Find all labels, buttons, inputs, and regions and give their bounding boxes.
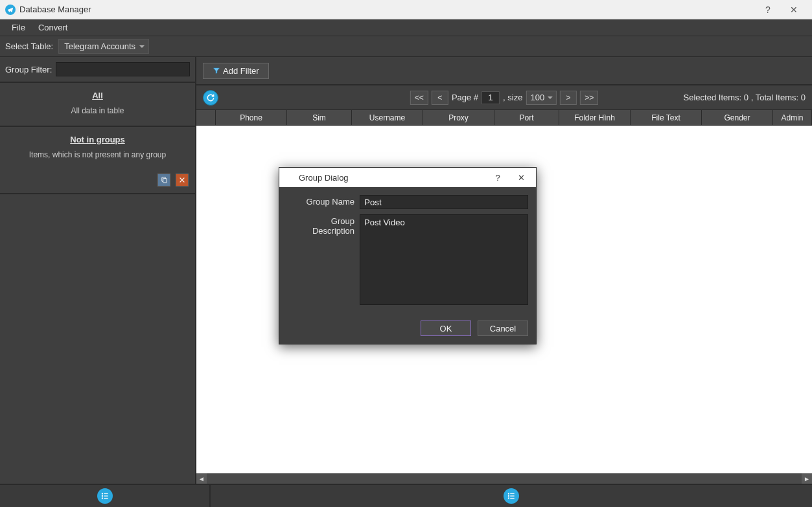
column-header[interactable]: File Text (631, 110, 702, 125)
pager-controls: << < Page # , size 100 > >> (410, 91, 598, 105)
page-first-button[interactable]: << (410, 91, 428, 105)
column-header[interactable]: Phone (216, 110, 287, 125)
group-actions (0, 170, 195, 194)
delete-icon (179, 177, 185, 183)
total-label: , Total Items: (751, 93, 798, 102)
svg-rect-7 (104, 498, 108, 499)
svg-point-4 (101, 495, 102, 497)
funnel-icon (213, 67, 220, 74)
scroll-right-arrow[interactable]: ► (802, 473, 812, 484)
menubar: File Convert (0, 19, 812, 36)
svg-rect-3 (104, 493, 108, 494)
add-filter-label: Add Filter (223, 66, 259, 76)
sidebar: Group Filter: All All data in table Not … (0, 57, 196, 484)
group-desc-label: Group Description (287, 214, 360, 305)
svg-rect-13 (510, 498, 514, 499)
column-header[interactable]: Port (494, 110, 559, 125)
dialog-ok-button[interactable]: OK (421, 321, 471, 336)
column-header[interactable]: Username (352, 110, 423, 125)
svg-rect-5 (104, 495, 108, 496)
help-button[interactable]: ? (755, 0, 781, 19)
group-all[interactable]: All All data in table (0, 83, 195, 127)
list-icon-right[interactable] (504, 488, 519, 504)
group-filter-label: Group Filter: (5, 65, 52, 74)
dialog-icon (284, 172, 295, 183)
app-icon (5, 5, 16, 15)
add-filter-button[interactable]: Add Filter (203, 63, 269, 79)
selected-value: 0 (744, 93, 748, 102)
column-header[interactable]: Admin (773, 110, 812, 125)
list-icon (100, 491, 110, 501)
group-dialog: Group Dialog ? ✕ Group Name Group Descri… (279, 167, 537, 344)
menu-convert[interactable]: Convert (32, 21, 75, 34)
page-next-button[interactable]: > (560, 91, 577, 105)
dialog-body: Group Name Group Description (279, 187, 536, 314)
bottombar-right (211, 485, 812, 507)
group-desc-row: Group Description (287, 214, 528, 305)
column-header[interactable]: Sim (287, 110, 352, 125)
group-nig-desc: Items, which is not present in any group (6, 150, 189, 161)
group-name-row: Group Name (287, 195, 528, 209)
selected-label: Selected Items: (684, 93, 742, 102)
page-last-button[interactable]: >> (580, 91, 598, 105)
page-prev-button[interactable]: < (432, 91, 448, 105)
content-toolbar: Add Filter (196, 57, 812, 85)
svg-rect-11 (510, 495, 514, 496)
size-label: , size (503, 93, 522, 102)
bottombar (0, 484, 812, 507)
svg-point-2 (101, 493, 102, 494)
list-icon (507, 491, 516, 501)
column-header[interactable]: Proxy (423, 110, 494, 125)
titlebar: Database Manager ? ✕ (0, 0, 812, 19)
refresh-icon (206, 93, 215, 102)
group-all-title: All (6, 91, 189, 100)
column-header[interactable] (196, 110, 216, 125)
delete-group-button[interactable] (176, 174, 189, 186)
group-nig-title: Not in groups (6, 135, 189, 144)
group-name-label: Group Name (287, 195, 360, 209)
dialog-title-text: Group Dialog (299, 173, 349, 183)
status-text: Selected Items: 0 , Total Items: 0 (684, 93, 806, 102)
total-value: 0 (801, 93, 806, 102)
copy-icon (161, 176, 168, 183)
pager-row: << < Page # , size 100 > >> Selected Ite… (196, 85, 812, 110)
column-header[interactable]: Folder Hình (559, 110, 631, 125)
select-table-toolbar: Select Table: Telegram Accounts (0, 36, 812, 57)
group-name-input[interactable] (360, 195, 528, 209)
svg-point-10 (508, 495, 509, 497)
group-not-in-groups[interactable]: Not in groups Items, which is not presen… (0, 127, 195, 170)
bottombar-left (0, 485, 211, 507)
table-select-value: Telegram Accounts (64, 41, 135, 51)
column-header[interactable]: Gender (702, 110, 773, 125)
horizontal-scrollbar[interactable]: ◄ ► (196, 473, 812, 484)
group-filter-input[interactable] (56, 62, 190, 76)
page-number-input[interactable] (481, 91, 500, 104)
svg-point-8 (508, 493, 509, 494)
svg-rect-1 (163, 179, 167, 183)
dialog-buttons: OK Cancel (279, 314, 536, 344)
dialog-cancel-button[interactable]: Cancel (478, 321, 528, 336)
refresh-button[interactable] (203, 90, 218, 106)
svg-point-12 (508, 497, 509, 499)
svg-rect-9 (510, 493, 514, 494)
group-filter-row: Group Filter: (0, 57, 195, 83)
page-size-value: 100 (530, 93, 544, 102)
dialog-help-button[interactable]: ? (488, 168, 507, 187)
scroll-left-arrow[interactable]: ◄ (196, 473, 207, 484)
group-desc-input[interactable] (360, 214, 528, 305)
page-size-select[interactable]: 100 (526, 91, 557, 105)
copy-group-button[interactable] (157, 174, 170, 186)
dialog-close-button[interactable]: ✕ (511, 168, 531, 187)
dialog-titlebar: Group Dialog ? ✕ (279, 168, 536, 187)
table-select[interactable]: Telegram Accounts (58, 39, 149, 54)
close-button[interactable]: ✕ (781, 0, 807, 19)
window-title: Database Manager (19, 5, 91, 14)
select-table-label: Select Table: (5, 41, 53, 51)
list-icon-left[interactable] (97, 488, 113, 504)
group-not-in-groups-wrap: Not in groups Items, which is not presen… (0, 127, 195, 194)
menu-file[interactable]: File (5, 21, 32, 34)
page-label: Page # (452, 93, 478, 102)
table-header: PhoneSimUsernameProxyPortFolder HìnhFile… (196, 110, 812, 126)
group-all-desc: All data in table (6, 106, 189, 117)
svg-point-6 (101, 497, 102, 499)
